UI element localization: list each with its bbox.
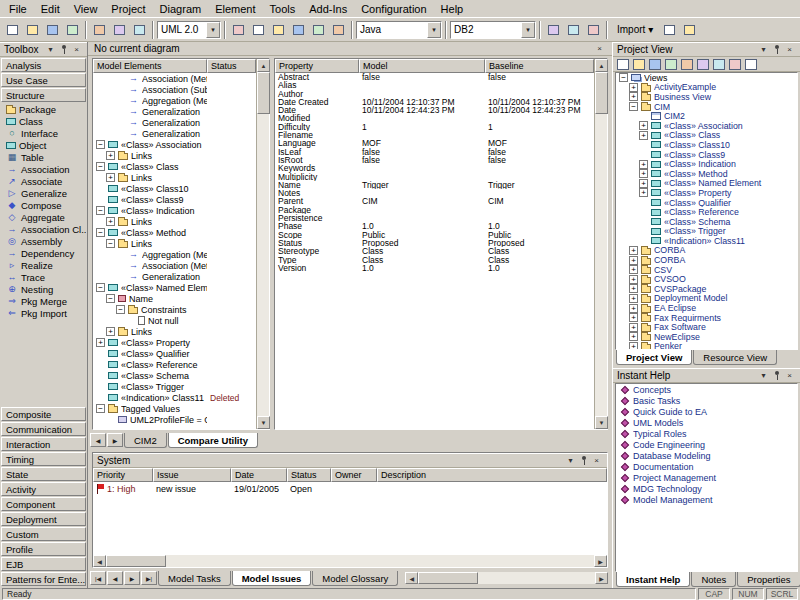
help-topic-typical-roles[interactable]: Typical Roles — [616, 428, 797, 439]
column-header-issue[interactable]: Issue — [153, 468, 231, 482]
toolbox-section-analysis[interactable]: Analysis — [1, 58, 86, 72]
collapse-expander[interactable]: − — [96, 228, 105, 237]
collapse-expander[interactable]: − — [116, 305, 125, 314]
collapse-expander[interactable]: − — [96, 283, 105, 292]
property-row[interactable]: ScopePublicPublic — [275, 231, 594, 239]
compare-tree-item[interactable]: «Class» Reference — [93, 359, 256, 370]
tab-compare-utility[interactable]: Compare Utility — [168, 433, 258, 448]
compare-tree-item[interactable]: UML2ProfileFile = C:\D... — [93, 414, 256, 425]
toolbox-section-deployment[interactable]: Deployment — [1, 512, 86, 526]
scroll-left-icon[interactable]: ◀ — [405, 572, 418, 584]
undo-button[interactable] — [229, 21, 248, 39]
collapse-expander[interactable]: − — [106, 294, 115, 303]
tab-notes[interactable]: Notes — [691, 572, 736, 587]
property-row[interactable]: Author — [275, 90, 594, 98]
compare-tree-item[interactable]: −Constraints — [93, 304, 256, 315]
column-header-property[interactable]: Property — [275, 59, 359, 73]
project-tree-item[interactable]: «Class» Schema — [616, 217, 797, 227]
help-topic-basic-tasks[interactable]: Basic Tasks — [616, 395, 797, 406]
tab-cim2[interactable]: CIM2 — [124, 433, 167, 448]
project-tree-item[interactable]: +ActivityExample — [616, 83, 797, 93]
expand-expander[interactable]: + — [629, 256, 638, 265]
toolbox-item-package[interactable]: Package — [1, 103, 86, 115]
help-topic-documentation[interactable]: Documentation — [616, 461, 797, 472]
menu-add-ins[interactable]: Add-Ins — [302, 2, 354, 16]
copy-button[interactable] — [110, 21, 129, 39]
property-row[interactable]: StereotypeClassClass — [275, 247, 594, 255]
project-dropdown-icon[interactable]: ▾ — [757, 44, 770, 56]
project-tree-item[interactable]: +«Class» Association — [616, 121, 797, 131]
property-row[interactable]: Abstractfalsefalse — [275, 73, 594, 81]
expand-expander[interactable]: + — [106, 151, 115, 160]
toolbox-item-table[interactable]: ▦Table — [1, 151, 86, 163]
column-header-owner[interactable]: Owner — [331, 468, 377, 482]
tab-model-glossary[interactable]: Model Glossary — [312, 571, 398, 586]
toolbox-item-interface[interactable]: ○Interface — [1, 127, 86, 139]
expand-expander[interactable]: + — [106, 217, 115, 226]
toolbox-item-generalize[interactable]: ▷Generalize — [1, 187, 86, 199]
compare-tree-item[interactable]: +«Class» Property — [93, 337, 256, 348]
column-header-description[interactable]: Description — [377, 468, 607, 482]
compare-tree-item[interactable]: −«Class» Association — [93, 139, 256, 150]
column-header-status[interactable]: Status — [287, 468, 331, 482]
toolbox-item-compose[interactable]: ◆Compose — [1, 199, 86, 211]
project-close-icon[interactable]: × — [783, 44, 796, 56]
expand-expander[interactable]: + — [629, 265, 638, 274]
compare-tree-item[interactable]: +Links — [93, 326, 256, 337]
tab-model-tasks[interactable]: Model Tasks — [158, 571, 231, 586]
toolbox-pin-icon[interactable] — [57, 44, 70, 56]
help-topic-database-modeling[interactable]: Database Modeling — [616, 450, 797, 461]
property-row[interactable]: Phase1.01.0 — [275, 222, 594, 230]
compare-tree-item[interactable]: →Generalization — [93, 117, 256, 128]
property-row[interactable]: Difficulty11 — [275, 123, 594, 131]
uml-technology-dropdown-icon[interactable]: ▾ — [206, 22, 220, 38]
toolbox-section-patterns-for-ente[interactable]: Patterns for Ente... — [1, 572, 86, 586]
toolbox-item-associate[interactable]: ↗Associate — [1, 175, 86, 187]
project-tree-item[interactable]: +«Class» Method — [616, 169, 797, 179]
project-tree-item[interactable]: +Fax Software — [616, 322, 797, 332]
property-row[interactable]: Version1.01.0 — [275, 264, 594, 272]
toolbox-close-icon[interactable]: × — [70, 44, 83, 56]
property-row[interactable]: ParentCIMCIM — [275, 197, 594, 205]
column-header-date[interactable]: Date — [231, 468, 287, 482]
menu-edit[interactable]: Edit — [34, 2, 67, 16]
tab-next-icon[interactable]: ▶ — [124, 571, 140, 585]
tab-scroll-right-icon[interactable]: ▶ — [107, 433, 123, 447]
scroll-down-icon[interactable]: ▼ — [595, 416, 608, 429]
documentation-button[interactable] — [680, 58, 694, 71]
compare-tree-item[interactable]: →Generalization — [93, 128, 256, 139]
search-model-button[interactable] — [712, 58, 726, 71]
compare-tree-item[interactable]: −Links — [93, 238, 256, 249]
tab-properties[interactable]: Properties — [737, 572, 800, 587]
toolbox-section-composite[interactable]: Composite — [1, 407, 86, 421]
expand-expander[interactable]: + — [639, 160, 648, 169]
open-project-button[interactable] — [23, 21, 42, 39]
menu-tools[interactable]: Tools — [263, 2, 303, 16]
toolbox-section-state[interactable]: State — [1, 467, 86, 481]
toolbox-item-pkg-merge[interactable]: ⇒Pkg Merge — [1, 295, 86, 307]
scroll-thumb[interactable] — [418, 572, 478, 584]
generate-code-button[interactable] — [544, 21, 563, 39]
new-file-button[interactable] — [3, 21, 22, 39]
help-button[interactable] — [680, 21, 699, 39]
toolbox-section-activity[interactable]: Activity — [1, 482, 86, 496]
menu-project[interactable]: Project — [104, 2, 152, 16]
refresh-button[interactable] — [744, 58, 758, 71]
property-row[interactable]: Notes — [275, 189, 594, 197]
toolbox-item-nesting[interactable]: ⊕Nesting — [1, 283, 86, 295]
compare-tree-item[interactable]: −«Class» Indication — [93, 205, 256, 216]
expand-expander[interactable]: + — [639, 188, 648, 197]
project-tree-item[interactable]: +Deployment Model — [616, 294, 797, 304]
expand-expander[interactable]: + — [629, 92, 638, 101]
property-row[interactable]: Date10/11/2004 12:44:23 PM10/11/2004 12:… — [275, 106, 594, 114]
project-tree-item[interactable]: «Class» Trigger — [616, 227, 797, 237]
redo-button[interactable] — [249, 21, 268, 39]
column-header-model-elements[interactable]: Model Elements — [93, 59, 207, 73]
toolbox-item-class[interactable]: Class — [1, 115, 86, 127]
column-header-model[interactable]: Model — [359, 59, 485, 73]
compare-tree-item[interactable]: →Aggregation (Metho... — [93, 95, 256, 106]
project-tree-item[interactable]: «Indication» Class11 — [616, 236, 797, 246]
toolbox-item-dependency[interactable]: →Dependency — [1, 247, 86, 259]
toolbox-item-assembly[interactable]: ◎Assembly — [1, 235, 86, 247]
compare-tree-item[interactable]: −Tagged Values — [93, 403, 256, 414]
